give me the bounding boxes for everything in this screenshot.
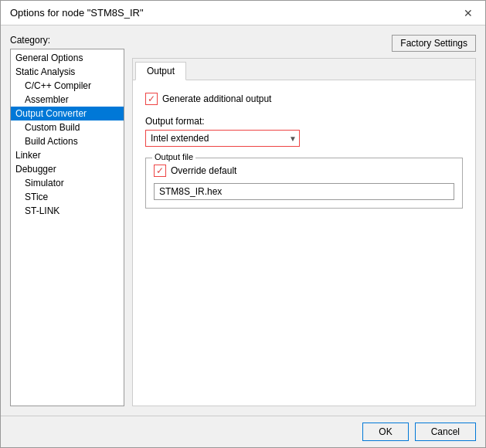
tree-item-c-compiler[interactable]: C/C++ Compiler (11, 79, 124, 93)
dialog-title: Options for node "STM8S_IR" (10, 7, 144, 19)
tree-item-general-options[interactable]: General Options (11, 51, 124, 65)
dialog-body: Category: General OptionsStatic Analysis… (1, 25, 485, 416)
output-format-group: Output format: Intel extendedMotorolaRaw… (145, 116, 463, 147)
filename-input[interactable] (154, 183, 454, 200)
override-default-label: Override default (171, 165, 236, 176)
output-format-label: Output format: (145, 116, 463, 127)
tree-item-stice[interactable]: STice (11, 190, 124, 204)
dialog: Options for node "STM8S_IR" ✕ Category: … (0, 0, 486, 448)
category-label: Category: (10, 35, 124, 46)
content-area: Output Generate additional output Output… (132, 58, 476, 406)
override-default-checkbox[interactable] (154, 165, 166, 177)
category-tree: General OptionsStatic AnalysisC/C++ Comp… (10, 49, 124, 406)
tree-item-build-actions[interactable]: Build Actions (11, 134, 124, 148)
tab-content-output: Generate additional output Output format… (133, 80, 475, 221)
tree-item-output-converter[interactable]: Output Converter (11, 107, 124, 120)
left-panel: Category: General OptionsStatic Analysis… (10, 35, 124, 406)
title-bar: Options for node "STM8S_IR" ✕ (1, 1, 485, 25)
output-file-fieldset: Output file Override default (145, 158, 463, 209)
tree-item-st-link[interactable]: ST-LINK (11, 204, 124, 218)
generate-output-checkbox[interactable] (145, 93, 158, 105)
tree-item-custom-build[interactable]: Custom Build (11, 120, 124, 134)
ok-button[interactable]: OK (362, 423, 408, 441)
tree-item-assembler[interactable]: Assembler (11, 93, 124, 107)
output-format-select[interactable]: Intel extendedMotorolaRaw binaryHexUBROF (145, 130, 300, 147)
tree-item-debugger[interactable]: Debugger (11, 162, 124, 176)
tree-item-simulator[interactable]: Simulator (11, 176, 124, 190)
tab-output[interactable]: Output (135, 62, 186, 80)
output-file-legend: Output file (152, 152, 195, 161)
tree-item-linker[interactable]: Linker (11, 148, 124, 162)
factory-settings-button[interactable]: Factory Settings (392, 35, 476, 52)
override-default-row: Override default (154, 165, 454, 177)
top-row: Factory Settings (132, 35, 476, 52)
dialog-footer: OK Cancel (1, 416, 485, 447)
cancel-button[interactable]: Cancel (415, 423, 476, 441)
right-panel: Factory Settings Output Generate additio… (132, 35, 476, 406)
generate-output-label: Generate additional output (162, 93, 271, 104)
close-button[interactable]: ✕ (461, 5, 476, 21)
output-format-select-wrapper: Intel extendedMotorolaRaw binaryHexUBROF… (145, 130, 300, 147)
generate-output-row: Generate additional output (145, 93, 463, 105)
tree-item-static-analysis[interactable]: Static Analysis (11, 65, 124, 79)
tab-bar: Output (133, 59, 475, 80)
